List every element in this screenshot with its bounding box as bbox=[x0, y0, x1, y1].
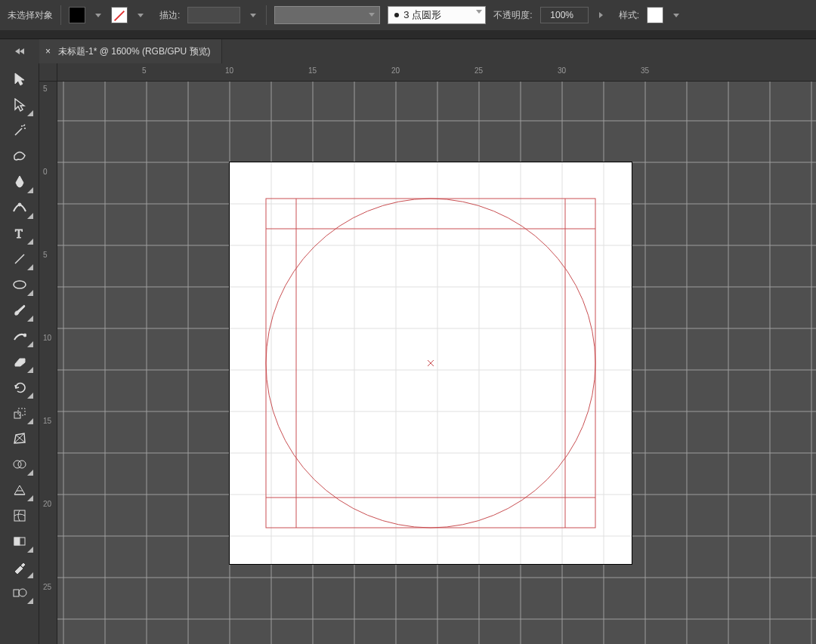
stroke-profile-combo[interactable] bbox=[274, 6, 380, 24]
blend-tool[interactable] bbox=[5, 580, 35, 605]
sub-strip bbox=[0, 30, 816, 39]
artboard[interactable] bbox=[230, 162, 632, 564]
selection-tool[interactable] bbox=[5, 66, 35, 92]
perspective-tool[interactable] bbox=[5, 477, 35, 503]
opacity-input[interactable]: 100% bbox=[540, 7, 589, 23]
close-icon[interactable]: × bbox=[45, 46, 51, 57]
paintbrush-tool[interactable] bbox=[5, 297, 35, 323]
svg-point-15 bbox=[19, 589, 26, 596]
svg-point-4 bbox=[23, 334, 26, 337]
svg-point-0 bbox=[18, 203, 21, 206]
svg-line-2 bbox=[15, 254, 24, 263]
ruler-h-tick: 35 bbox=[641, 66, 649, 75]
gradient-tool[interactable] bbox=[5, 528, 35, 554]
scale-tool[interactable] bbox=[5, 400, 35, 426]
canvas[interactable]: 5 10 15 20 25 30 35 35 5 0 5 10 15 20 25 bbox=[39, 63, 816, 644]
ruler-h-tick: 30 bbox=[558, 66, 566, 75]
ruler-h-tick: 20 bbox=[391, 66, 400, 75]
pen-tool[interactable] bbox=[5, 169, 35, 195]
stroke-weight-dropdown[interactable] bbox=[248, 7, 258, 23]
toolbar-header[interactable] bbox=[0, 39, 39, 63]
ruler-v-tick: 10 bbox=[43, 334, 51, 342]
ruler-v-tick: 15 bbox=[43, 417, 51, 425]
toolbar: T bbox=[0, 63, 39, 644]
direct-selection-tool[interactable] bbox=[5, 92, 35, 118]
ruler-v-tick: 5 bbox=[43, 251, 48, 259]
ruler-v-tick: 0 bbox=[43, 168, 48, 176]
curvature-tool[interactable] bbox=[5, 195, 35, 220]
work-area: T 5 10 15 20 25 30 35 35 5 0 5 bbox=[0, 63, 816, 644]
document-tab-title: 未标题-1* @ 1600% (RGB/GPU 预览) bbox=[58, 45, 211, 58]
svg-rect-14 bbox=[14, 590, 19, 596]
svg-text:T: T bbox=[15, 227, 23, 239]
ruler-h-tick: 10 bbox=[225, 66, 233, 75]
svg-rect-11 bbox=[14, 510, 25, 521]
rotate-tool[interactable] bbox=[5, 374, 35, 400]
selection-status: 未选择对象 bbox=[8, 9, 53, 22]
eyedropper-tool[interactable] bbox=[5, 554, 35, 580]
eraser-tool[interactable] bbox=[5, 349, 35, 374]
svg-point-9 bbox=[14, 461, 21, 468]
guide-geometry bbox=[266, 199, 595, 528]
magic-wand-tool[interactable] bbox=[5, 118, 35, 143]
style-label: 样式: bbox=[619, 9, 639, 22]
brush-combo[interactable]: 3 点圆形 bbox=[388, 6, 486, 24]
stroke-weight-input[interactable] bbox=[187, 7, 240, 23]
svg-point-3 bbox=[14, 281, 26, 288]
tab-bar: × 未标题-1* @ 1600% (RGB/GPU 预览) bbox=[0, 39, 816, 63]
svg-point-10 bbox=[18, 461, 26, 468]
type-tool[interactable]: T bbox=[5, 220, 35, 246]
separator bbox=[266, 5, 267, 25]
opacity-more[interactable] bbox=[596, 7, 607, 23]
line-tool[interactable] bbox=[5, 246, 35, 272]
stroke-label: 描边: bbox=[159, 9, 180, 22]
style-dropdown[interactable] bbox=[671, 7, 682, 23]
ruler-origin[interactable] bbox=[39, 63, 57, 82]
document-tab[interactable]: × 未标题-1* @ 1600% (RGB/GPU 预览) bbox=[39, 39, 222, 63]
opacity-label: 不透明度: bbox=[493, 9, 532, 22]
separator bbox=[60, 5, 61, 25]
fill-swatch[interactable] bbox=[69, 7, 85, 23]
pencil-tool[interactable] bbox=[5, 323, 35, 349]
ellipse-tool[interactable] bbox=[5, 272, 35, 297]
ruler-h-tick: 5 bbox=[142, 66, 147, 75]
ruler-v-tick: 5 bbox=[43, 85, 48, 93]
svg-rect-13 bbox=[14, 538, 20, 545]
lasso-tool[interactable] bbox=[5, 143, 35, 169]
ruler-v-tick: 25 bbox=[43, 583, 51, 591]
stroke-swatch[interactable] bbox=[111, 7, 128, 23]
stroke-dropdown[interactable] bbox=[135, 7, 146, 23]
ruler-h-tick: 15 bbox=[308, 66, 317, 75]
fill-dropdown[interactable] bbox=[93, 7, 104, 23]
mesh-tool[interactable] bbox=[5, 503, 35, 528]
options-bar: 未选择对象 描边: 3 点圆形 不透明度: 100% 样式: bbox=[0, 0, 816, 30]
ruler-h-tick: 25 bbox=[474, 66, 483, 75]
ruler-horizontal[interactable]: 5 10 15 20 25 30 35 35 bbox=[57, 63, 816, 82]
ruler-vertical[interactable]: 5 0 5 10 15 20 25 bbox=[39, 82, 57, 644]
shape-builder-tool[interactable] bbox=[5, 451, 35, 477]
free-transform-tool[interactable] bbox=[5, 426, 35, 451]
brush-combo-value: 3 点圆形 bbox=[403, 8, 441, 22]
ruler-v-tick: 20 bbox=[43, 500, 51, 508]
style-swatch[interactable] bbox=[647, 7, 663, 23]
canvas-viewport[interactable] bbox=[57, 82, 816, 644]
svg-line-7 bbox=[16, 435, 25, 442]
